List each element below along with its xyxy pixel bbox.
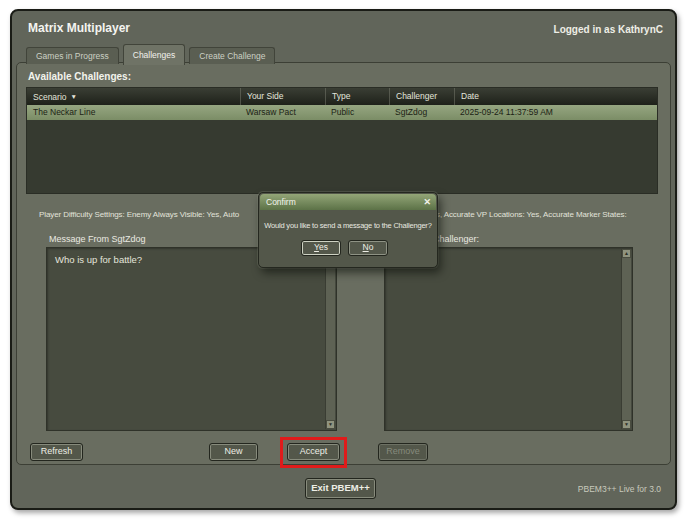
message-from-textarea[interactable]: Who is up for battle? ▼ xyxy=(46,247,337,431)
column-header-your-side[interactable]: Your Side xyxy=(240,88,325,105)
confirm-dialog: Confirm ✕ Would you like to send a messa… xyxy=(258,192,438,268)
message-to-scrollbar[interactable]: ▲ ▼ xyxy=(621,249,631,429)
sort-desc-icon: ▼ xyxy=(71,93,77,100)
version-text: PBEM3++ Live for 3.0 xyxy=(578,484,661,494)
new-button[interactable]: New xyxy=(209,443,258,461)
scroll-down-icon[interactable]: ▼ xyxy=(326,420,335,429)
close-icon[interactable]: ✕ xyxy=(423,194,431,210)
available-challenges-label: Available Challenges: xyxy=(28,71,131,82)
remove-button[interactable]: Remove xyxy=(378,443,428,461)
tab-bar: Games in Progress Challenges Create Chal… xyxy=(26,43,275,64)
tab-games-in-progress[interactable]: Games in Progress xyxy=(26,47,119,64)
accept-button[interactable]: Accept xyxy=(287,443,340,461)
logged-in-status: Logged in as KathrynC xyxy=(554,24,663,35)
column-header-type[interactable]: Type xyxy=(325,88,389,105)
yes-button[interactable]: Yes xyxy=(301,240,341,256)
message-from-scrollbar[interactable]: ▼ xyxy=(325,249,335,429)
column-header-challenger[interactable]: Challenger xyxy=(389,88,454,105)
tab-create-challenge[interactable]: Create Challenge xyxy=(189,47,275,64)
difficulty-settings-text-right: s, Accurate VP Locations: Yes, Accurate … xyxy=(436,210,627,219)
column-header-scenario[interactable]: Scenario▼ xyxy=(27,88,240,105)
column-header-date[interactable]: Date xyxy=(454,88,657,105)
message-from-label: Message From SgtZdog xyxy=(49,234,146,244)
message-to-textarea[interactable]: ▲ ▼ xyxy=(384,247,633,431)
cell-type: Public xyxy=(325,105,389,120)
exit-pbem-button[interactable]: Exit PBEM++ xyxy=(305,478,376,499)
cell-scenario: The Neckar Line xyxy=(27,105,240,120)
cell-date: 2025-09-24 11:37:59 AM xyxy=(454,105,657,120)
tab-challenges[interactable]: Challenges xyxy=(123,44,186,65)
confirm-dialog-title: Confirm xyxy=(266,197,296,207)
cell-challenger: SgtZdog xyxy=(389,105,454,120)
message-from-text: Who is up for battle? xyxy=(55,254,142,265)
challenges-table: Scenario▼ Your Side Type Challenger Date… xyxy=(26,87,658,194)
cell-your-side: Warsaw Pact xyxy=(240,105,325,120)
refresh-button[interactable]: Refresh xyxy=(30,443,83,461)
scroll-up-icon[interactable]: ▲ xyxy=(622,249,631,258)
scroll-down-icon[interactable]: ▼ xyxy=(622,420,631,429)
difficulty-settings-text-left: Player Difficulty Settings: Enemy Always… xyxy=(39,210,239,219)
confirm-dialog-message: Would you like to send a message to the … xyxy=(259,221,437,230)
table-row-selected[interactable]: The Neckar Line Warsaw Pact Public SgtZd… xyxy=(27,105,657,120)
no-button[interactable]: No xyxy=(348,240,388,256)
app-title: Matrix Multiplayer xyxy=(28,21,130,35)
challenges-table-header: Scenario▼ Your Side Type Challenger Date xyxy=(27,88,657,105)
confirm-dialog-titlebar: Confirm ✕ xyxy=(260,194,436,210)
